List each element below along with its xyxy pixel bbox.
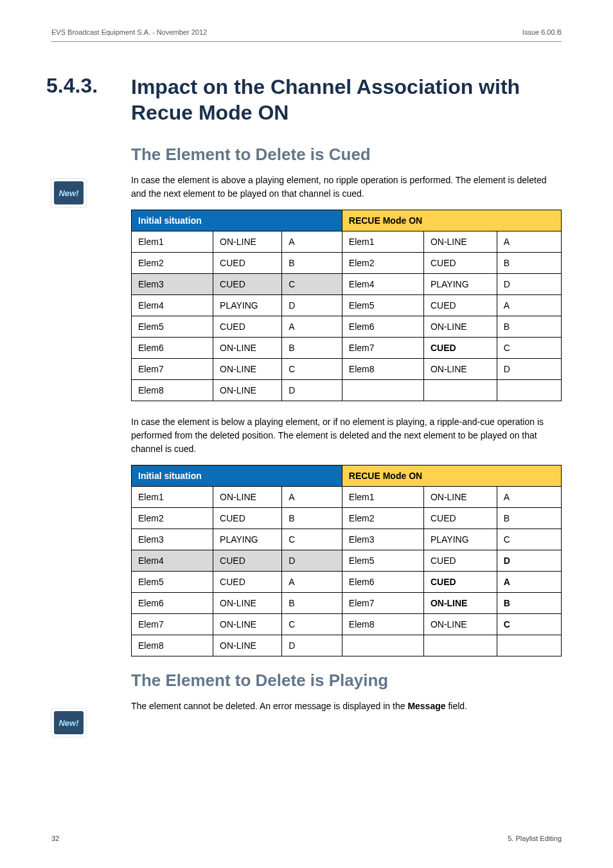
table-cell: B	[282, 508, 342, 529]
header-right: Issue 6.00.B	[522, 28, 562, 36]
table-cell: ON-LINE	[213, 380, 282, 401]
table-cell: Elem5	[342, 295, 423, 316]
table-cell: PLAYING	[423, 529, 497, 550]
table-row: Elem6ON-LINEBElem7ON-LINEB	[132, 593, 562, 614]
new-badge-label: New!	[58, 718, 78, 728]
table-cell: Elem2	[132, 253, 213, 274]
table-row: Elem4CUEDDElem5CUEDD	[132, 550, 562, 572]
table-cell: Elem1	[342, 231, 423, 253]
table-cell: CUED	[213, 572, 282, 593]
table-cell: ON-LINE	[423, 593, 497, 614]
new-badge-icon: New!	[54, 181, 84, 207]
table-cell: CUED	[213, 508, 282, 529]
table-cell: Elem6	[342, 572, 423, 593]
table-cell: C	[497, 529, 561, 550]
table-cell: ON-LINE	[213, 614, 282, 635]
table-cell: Elem5	[342, 550, 423, 572]
sub-heading-playing: The Element to Delete is Playing	[131, 671, 562, 691]
footer-page-number: 32	[51, 835, 59, 842]
table-cell: Elem8	[132, 635, 213, 656]
table-cell: B	[497, 253, 561, 274]
middle-paragraph: In case the element is below a playing e…	[131, 415, 562, 456]
table-cell: Elem1	[342, 487, 423, 508]
table-cell: C	[282, 614, 342, 635]
table-cell: A	[282, 316, 342, 338]
table-cell: Elem3	[342, 529, 423, 550]
table-row: Elem3PLAYINGCElem3PLAYINGC	[132, 529, 562, 550]
table-2-right-header: RECUE Mode ON	[342, 466, 561, 487]
table-row: Elem6ON-LINEBElem7CUEDC	[132, 338, 562, 359]
new-badge-icon: New!	[54, 711, 84, 737]
table-cell: CUED	[423, 295, 497, 316]
table-cell: CUED	[423, 508, 497, 529]
table-cell: C	[282, 359, 342, 380]
table-cell: B	[282, 338, 342, 359]
running-footer: 32 5. Playlist Editing	[51, 835, 562, 842]
table-cell	[342, 635, 423, 656]
table-cell: ON-LINE	[423, 231, 497, 253]
table-row: Elem7ON-LINECElem8ON-LINED	[132, 359, 562, 380]
table-cell: CUED	[423, 338, 497, 359]
table-cell: Elem7	[342, 593, 423, 614]
table-cell: C	[497, 614, 561, 635]
table-cell: D	[497, 274, 561, 295]
table-cell: Elem3	[132, 529, 213, 550]
playing-text-before: The element cannot be deleted. An error …	[131, 701, 407, 711]
table-1-left-header: Initial situation	[132, 210, 342, 231]
table-2-left-header: Initial situation	[132, 466, 342, 487]
table-cell: ON-LINE	[213, 487, 282, 508]
table-cell: Elem7	[132, 614, 213, 635]
table-cell: CUED	[423, 572, 497, 593]
table-cell: Elem6	[342, 316, 423, 338]
playing-text-after: field.	[446, 701, 467, 711]
playing-paragraph: The element cannot be deleted. An error …	[131, 700, 562, 713]
table-cell	[423, 380, 497, 401]
table-cell: Elem4	[132, 550, 213, 572]
table-row: Elem2CUEDBElem2CUEDB	[132, 508, 562, 529]
table-cell: Elem5	[132, 572, 213, 593]
table-row: Elem1ON-LINEAElem1ON-LINEA	[132, 487, 562, 508]
table-cell: D	[497, 359, 561, 380]
table-cell	[497, 380, 561, 401]
table-cell: Elem1	[132, 487, 213, 508]
table-cell: A	[497, 295, 561, 316]
table-cell: D	[282, 550, 342, 572]
table-row: Elem1ON-LINEAElem1ON-LINEA	[132, 231, 562, 253]
section-number: 5.4.3.	[46, 74, 111, 98]
table-cell	[497, 635, 561, 656]
table-cell: B	[282, 253, 342, 274]
table-cell: C	[497, 338, 561, 359]
table-cell: Elem5	[132, 316, 213, 338]
table-cell: CUED	[423, 550, 497, 572]
table-cell: A	[282, 572, 342, 593]
table-2: Initial situation RECUE Mode ON Elem1ON-…	[131, 465, 562, 656]
table-cell: ON-LINE	[423, 614, 497, 635]
table-cell: CUED	[213, 550, 282, 572]
table-cell: ON-LINE	[213, 359, 282, 380]
table-cell: A	[497, 231, 561, 253]
table-1: Initial situation RECUE Mode ON Elem1ON-…	[131, 210, 562, 401]
table-row: Elem3CUEDCElem4PLAYINGD	[132, 274, 562, 295]
playing-text-bold: Message	[407, 701, 445, 711]
table-cell	[342, 380, 423, 401]
table-cell: Elem7	[342, 338, 423, 359]
table-cell: Elem3	[132, 274, 213, 295]
table-cell: ON-LINE	[423, 359, 497, 380]
table-cell: Elem4	[132, 295, 213, 316]
table-cell: CUED	[213, 316, 282, 338]
table-cell: PLAYING	[213, 295, 282, 316]
table-row: Elem2CUEDBElem2CUEDB	[132, 253, 562, 274]
footer-section: 5. Playlist Editing	[508, 835, 562, 842]
table-cell: Elem1	[132, 231, 213, 253]
table-cell: Elem8	[342, 359, 423, 380]
table-cell	[423, 635, 497, 656]
table-cell: Elem4	[342, 274, 423, 295]
table-cell: B	[497, 508, 561, 529]
table-cell: A	[497, 487, 561, 508]
intro-paragraph-1: In case the element is above a playing e…	[131, 174, 562, 201]
table-row: Elem7ON-LINECElem8ON-LINEC	[132, 614, 562, 635]
section-title: Impact on the Channel Association with R…	[131, 74, 562, 125]
table-cell: Elem2	[132, 508, 213, 529]
running-header: EVS Broadcast Equipment S.A. - November …	[51, 28, 562, 42]
table-cell: Elem8	[342, 614, 423, 635]
